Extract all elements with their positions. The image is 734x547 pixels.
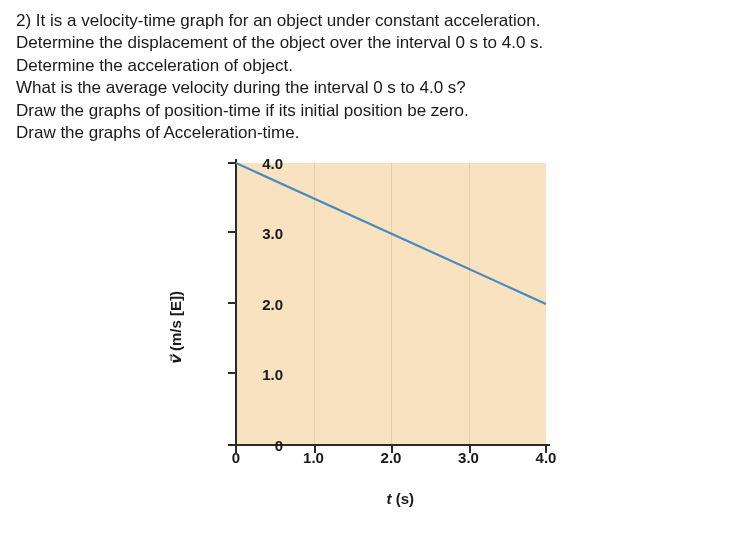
y-tick <box>228 231 236 233</box>
y-tick-label: 4.0 <box>243 154 283 171</box>
question-line: Determine the displacement of the object… <box>16 32 718 54</box>
question-line: Draw the graphs of Acceleration-time. <box>16 122 718 144</box>
velocity-time-chart: v⃗ (m/s [E]) 4.0 3.0 2.0 1.0 0 0 1.0 2.0… <box>182 153 602 503</box>
x-tick-label: 0 <box>216 449 256 466</box>
x-axis-units: (s) <box>392 490 415 507</box>
question-text: 2) It is a velocity-time graph for an ob… <box>16 10 718 145</box>
x-tick-label: 4.0 <box>526 449 566 466</box>
y-axis-label: v⃗ (m/s [E]) <box>167 291 185 365</box>
question-line: 2) It is a velocity-time graph for an ob… <box>16 10 718 32</box>
x-tick-label: 2.0 <box>371 449 411 466</box>
question-line: Determine the acceleration of object. <box>16 55 718 77</box>
x-tick-label: 1.0 <box>294 449 334 466</box>
question-line: What is the average velocity during the … <box>16 77 718 99</box>
y-tick-label: 1.0 <box>243 366 283 383</box>
y-tick <box>228 444 236 446</box>
y-axis-var: v⃗ <box>167 355 184 365</box>
x-tick-label: 3.0 <box>449 449 489 466</box>
question-line: Draw the graphs of position-time if its … <box>16 100 718 122</box>
x-axis-label: t (s) <box>387 490 415 507</box>
y-tick-label: 2.0 <box>243 295 283 312</box>
y-tick <box>228 302 236 304</box>
y-axis-units: (m/s [E]) <box>167 291 184 355</box>
y-tick <box>228 372 236 374</box>
y-tick <box>228 162 236 164</box>
y-tick-label: 3.0 <box>243 225 283 242</box>
